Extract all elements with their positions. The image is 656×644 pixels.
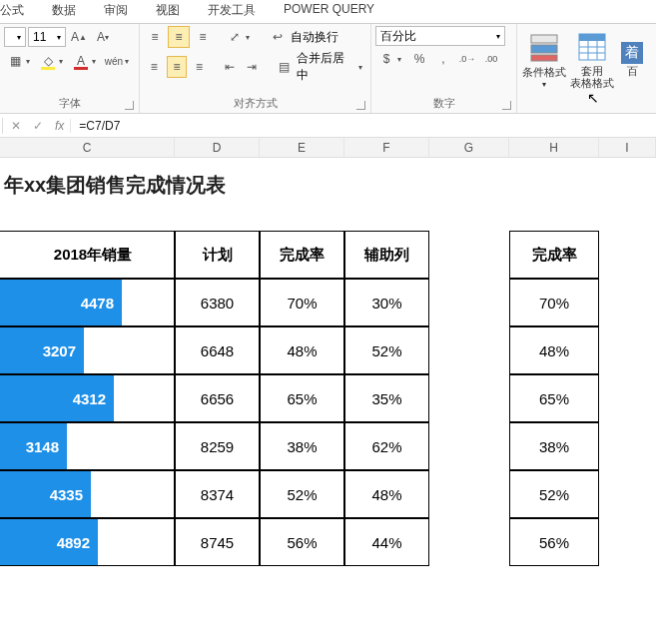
cell-sales[interactable]: 3148	[0, 422, 175, 470]
align-left-button[interactable]: ≡	[144, 56, 165, 78]
cell-rate[interactable]: 56%	[260, 518, 344, 566]
cell-rate2[interactable]: 48%	[509, 326, 599, 374]
tab-devtools[interactable]: 开发工具	[208, 2, 256, 19]
cell-sales[interactable]: 3207	[0, 326, 175, 374]
cell-plan[interactable]: 8745	[175, 518, 260, 566]
table-row[interactable]: 38%	[509, 422, 599, 470]
increase-decimal-button[interactable]: .0→	[456, 48, 478, 70]
cell-aux[interactable]: 44%	[344, 518, 429, 566]
table-row[interactable]: 56%	[509, 518, 599, 566]
cell-plan[interactable]: 8259	[175, 422, 260, 470]
group-label-number: 数字	[375, 94, 512, 113]
tab-formulas[interactable]: 公式	[0, 2, 24, 19]
fill-color-button[interactable]: ◇	[37, 50, 59, 72]
cell-rate[interactable]: 52%	[260, 470, 344, 518]
formula-bar: ✕ ✓ fx =C7/D7	[0, 114, 656, 138]
table-row[interactable]: 3148 8259 38% 62%	[0, 422, 429, 470]
cell-aux[interactable]: 52%	[344, 326, 429, 374]
col-header-g[interactable]: G	[429, 138, 509, 157]
font-color-button[interactable]: A	[70, 50, 92, 72]
cancel-formula-button[interactable]: ✕	[5, 119, 27, 133]
align-middle-button[interactable]: ≡	[168, 26, 190, 48]
border-button[interactable]: ▦	[4, 50, 26, 72]
tab-review[interactable]: 审阅	[104, 2, 128, 19]
tab-data[interactable]: 数据	[52, 2, 76, 19]
table-format-icon	[576, 31, 608, 63]
table-row[interactable]: 4335 8374 52% 48%	[0, 470, 429, 518]
main-table: 2018年销量 计划 完成率 辅助列 4478 6380 70% 30% 320…	[0, 231, 429, 566]
tab-view[interactable]: 视图	[156, 2, 180, 19]
wrap-text-icon: ↩	[267, 26, 289, 48]
increase-font-button[interactable]: A▲	[68, 26, 90, 48]
cell-rate2[interactable]: 56%	[509, 518, 599, 566]
table-format-button[interactable]: 套用 表格格式	[569, 28, 615, 92]
cell-rate[interactable]: 65%	[260, 374, 344, 422]
cell-aux[interactable]: 30%	[344, 279, 429, 326]
conditional-format-button[interactable]: 条件格式▾	[521, 28, 567, 92]
wrap-text-button[interactable]: 自动换行	[291, 29, 338, 46]
group-number: 百分比▾ $▾ % , .0→ .00 数字	[371, 24, 517, 113]
table-row[interactable]: 4312 6656 65% 35%	[0, 374, 429, 422]
cell-rate[interactable]: 38%	[260, 422, 344, 470]
comma-button[interactable]: ,	[432, 48, 454, 70]
cell-sales[interactable]: 4312	[0, 374, 175, 422]
cell-rate2[interactable]: 65%	[509, 374, 599, 422]
cell-rate[interactable]: 48%	[260, 326, 344, 374]
col-header-i[interactable]: I	[599, 138, 656, 157]
aux-table: 完成率 70% 48% 65% 38% 52% 56%	[509, 231, 599, 566]
cell-plan[interactable]: 8374	[175, 470, 260, 518]
cell-rate[interactable]: 70%	[260, 279, 344, 326]
decrease-indent-button[interactable]: ⇤	[219, 56, 240, 78]
align-top-button[interactable]: ≡	[144, 26, 166, 48]
cell-sales[interactable]: 4335	[0, 470, 175, 518]
cell-rate2[interactable]: 70%	[509, 279, 599, 326]
decrease-decimal-button[interactable]: .00	[480, 48, 502, 70]
tab-powerquery[interactable]: POWER QUERY	[284, 2, 374, 19]
phonetic-button[interactable]: wén	[103, 50, 125, 72]
cell-sales[interactable]: 4478	[0, 279, 175, 326]
increase-indent-button[interactable]: ⇥	[242, 56, 263, 78]
cell-styles-icon: 着	[621, 42, 643, 64]
group-label-font: 字体	[4, 94, 135, 113]
decrease-font-button[interactable]: A▾	[92, 26, 114, 48]
cell-styles-button[interactable]: 着 百	[617, 28, 647, 92]
font-family-combo[interactable]: ▾	[4, 27, 26, 47]
align-center-button[interactable]: ≡	[167, 56, 188, 78]
orientation-button[interactable]: ⤢	[224, 26, 246, 48]
group-label-align: 对齐方式	[144, 94, 366, 113]
cell-plan[interactable]: 6380	[175, 279, 260, 326]
table-row[interactable]: 4478 6380 70% 30%	[0, 279, 429, 326]
table-row[interactable]: 4892 8745 56% 44%	[0, 518, 429, 566]
cell-aux[interactable]: 48%	[344, 470, 429, 518]
cell-rate2[interactable]: 52%	[509, 470, 599, 518]
sheet-area[interactable]: 年xx集团销售完成情况表 2018年销量 计划 完成率 辅助列 4478 638…	[0, 158, 656, 566]
cell-aux[interactable]: 35%	[344, 374, 429, 422]
percent-button[interactable]: %	[408, 48, 430, 70]
formula-input[interactable]: =C7/D7	[71, 119, 656, 133]
data-bar: 4312	[0, 375, 114, 421]
cell-plan[interactable]: 6648	[175, 326, 260, 374]
cell-rate2[interactable]: 38%	[509, 422, 599, 470]
merge-center-button[interactable]: 合并后居中	[297, 50, 352, 84]
col-header-h[interactable]: H	[509, 138, 599, 157]
accept-formula-button[interactable]: ✓	[27, 119, 49, 133]
table-row[interactable]: 52%	[509, 470, 599, 518]
col-header-e[interactable]: E	[260, 138, 344, 157]
table-row[interactable]: 3207 6648 48% 52%	[0, 326, 429, 374]
ribbon: ▾ 11▾ A▲ A▾ ▦▾ ◇▾ A▾ wén▾ 字体 ≡ ≡ ≡ ⤢▾	[0, 24, 656, 114]
cell-plan[interactable]: 6656	[175, 374, 260, 422]
accounting-button[interactable]: $	[375, 48, 397, 70]
align-bottom-button[interactable]: ≡	[192, 26, 214, 48]
table-row[interactable]: 48%	[509, 326, 599, 374]
font-size-combo[interactable]: 11▾	[28, 27, 66, 47]
number-format-combo[interactable]: 百分比▾	[375, 26, 505, 46]
fx-button[interactable]: fx	[49, 119, 71, 133]
table-row[interactable]: 65%	[509, 374, 599, 422]
col-header-f[interactable]: F	[344, 138, 429, 157]
cell-sales[interactable]: 4892	[0, 518, 175, 566]
col-header-d[interactable]: D	[175, 138, 260, 157]
col-header-c[interactable]: C	[0, 138, 175, 157]
table-row[interactable]: 70%	[509, 279, 599, 326]
cell-aux[interactable]: 62%	[344, 422, 429, 470]
align-right-button[interactable]: ≡	[189, 56, 210, 78]
